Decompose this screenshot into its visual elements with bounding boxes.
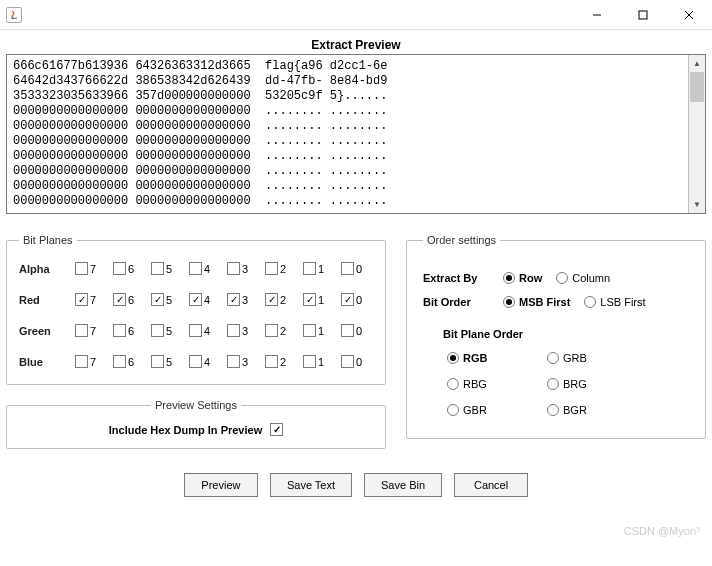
bit-plane-order-label: Bit Plane Order — [443, 328, 689, 340]
scroll-thumb[interactable] — [690, 72, 704, 102]
scroll-down-icon[interactable]: ▼ — [689, 196, 705, 213]
bit-planes-group: Bit Planes Alpha76543210Red✓7✓6✓5✓4✓3✓2✓… — [6, 234, 386, 385]
bitplane-checkbox-green-1[interactable]: 1 — [303, 324, 335, 337]
bitplane-checkbox-red-5[interactable]: ✓5 — [151, 293, 183, 306]
bitplane-checkbox-alpha-0[interactable]: 0 — [341, 262, 373, 275]
bitplane-checkbox-red-7[interactable]: ✓7 — [75, 293, 107, 306]
bitplane-checkbox-green-3[interactable]: 3 — [227, 324, 259, 337]
bitplane-checkbox-alpha-6[interactable]: 6 — [113, 262, 145, 275]
bitplane-checkbox-red-3[interactable]: ✓3 — [227, 293, 259, 306]
extract-by-radio-column[interactable]: Column — [556, 272, 610, 284]
bitplane-checkbox-red-6[interactable]: ✓6 — [113, 293, 145, 306]
bitplane-checkbox-alpha-1[interactable]: 1 — [303, 262, 335, 275]
hex-dump-text[interactable]: 666c61677b613936 64326363312d3665 flag{a… — [7, 55, 688, 213]
preview-settings-group: Preview Settings Include Hex Dump In Pre… — [6, 399, 386, 449]
maximize-button[interactable] — [620, 0, 666, 30]
bitplane-checkbox-alpha-4[interactable]: 4 — [189, 262, 221, 275]
bit-order-radio-msb-first[interactable]: MSB First — [503, 296, 570, 308]
bit-plane-order-radio-grb[interactable]: GRB — [547, 352, 627, 364]
bitplane-checkbox-red-2[interactable]: ✓2 — [265, 293, 297, 306]
bitplane-checkbox-green-7[interactable]: 7 — [75, 324, 107, 337]
hex-dump-area: 666c61677b613936 64326363312d3665 flag{a… — [6, 54, 706, 214]
bit-order-label: Bit Order — [423, 296, 493, 308]
scroll-up-icon[interactable]: ▲ — [689, 55, 705, 72]
bitplane-checkbox-green-4[interactable]: 4 — [189, 324, 221, 337]
bit-plane-order-radio-bgr[interactable]: BGR — [547, 404, 627, 416]
bit-plane-order-radio-gbr[interactable]: GBR — [447, 404, 527, 416]
preview-button[interactable]: Preview — [184, 473, 258, 497]
bitplane-checkbox-green-6[interactable]: 6 — [113, 324, 145, 337]
save-text-button[interactable]: Save Text — [270, 473, 352, 497]
bitplane-checkbox-green-2[interactable]: 2 — [265, 324, 297, 337]
java-icon — [6, 7, 22, 23]
save-bin-button[interactable]: Save Bin — [364, 473, 442, 497]
preview-settings-legend: Preview Settings — [151, 399, 241, 411]
bitplane-row-label-blue: Blue — [19, 356, 69, 368]
bit-plane-order-radio-rgb[interactable]: RGB — [447, 352, 527, 364]
bitplane-checkbox-blue-1[interactable]: 1 — [303, 355, 335, 368]
minimize-button[interactable] — [574, 0, 620, 30]
bitplane-checkbox-blue-5[interactable]: 5 — [151, 355, 183, 368]
bit-plane-order-radio-brg[interactable]: BRG — [547, 378, 627, 390]
vertical-scrollbar[interactable]: ▲ ▼ — [688, 55, 705, 213]
bitplane-row-label-red: Red — [19, 294, 69, 306]
window-titlebar — [0, 0, 712, 30]
bitplane-checkbox-red-4[interactable]: ✓4 — [189, 293, 221, 306]
bitplane-checkbox-blue-0[interactable]: 0 — [341, 355, 373, 368]
cancel-button[interactable]: Cancel — [454, 473, 528, 497]
bitplane-checkbox-red-0[interactable]: ✓0 — [341, 293, 373, 306]
bitplane-checkbox-red-1[interactable]: ✓1 — [303, 293, 335, 306]
order-settings-group: Order settings Extract By RowColumn Bit … — [406, 234, 706, 439]
bitplane-checkbox-green-0[interactable]: 0 — [341, 324, 373, 337]
bitplane-checkbox-blue-6[interactable]: 6 — [113, 355, 145, 368]
close-button[interactable] — [666, 0, 712, 30]
bit-planes-legend: Bit Planes — [19, 234, 77, 246]
bitplane-row-label-alpha: Alpha — [19, 263, 69, 275]
order-settings-legend: Order settings — [423, 234, 500, 246]
bitplane-checkbox-green-5[interactable]: 5 — [151, 324, 183, 337]
bitplane-checkbox-alpha-2[interactable]: 2 — [265, 262, 297, 275]
include-hex-checkbox[interactable]: ✓ — [270, 423, 283, 436]
watermark-text: CSDN @Myon⁵ — [624, 525, 700, 538]
extract-by-label: Extract By — [423, 272, 493, 284]
bitplane-checkbox-alpha-5[interactable]: 5 — [151, 262, 183, 275]
bitplane-checkbox-blue-2[interactable]: 2 — [265, 355, 297, 368]
extract-by-radio-row[interactable]: Row — [503, 272, 542, 284]
svg-rect-1 — [639, 11, 647, 19]
bitplane-row-label-green: Green — [19, 325, 69, 337]
preview-title: Extract Preview — [6, 38, 706, 52]
bit-plane-order-radio-rbg[interactable]: RBG — [447, 378, 527, 390]
bitplane-checkbox-blue-3[interactable]: 3 — [227, 355, 259, 368]
bitplane-checkbox-alpha-7[interactable]: 7 — [75, 262, 107, 275]
include-hex-label: Include Hex Dump In Preview — [109, 424, 262, 436]
bitplane-checkbox-blue-4[interactable]: 4 — [189, 355, 221, 368]
bit-order-radio-lsb-first[interactable]: LSB First — [584, 296, 645, 308]
bitplane-checkbox-blue-7[interactable]: 7 — [75, 355, 107, 368]
bitplane-checkbox-alpha-3[interactable]: 3 — [227, 262, 259, 275]
